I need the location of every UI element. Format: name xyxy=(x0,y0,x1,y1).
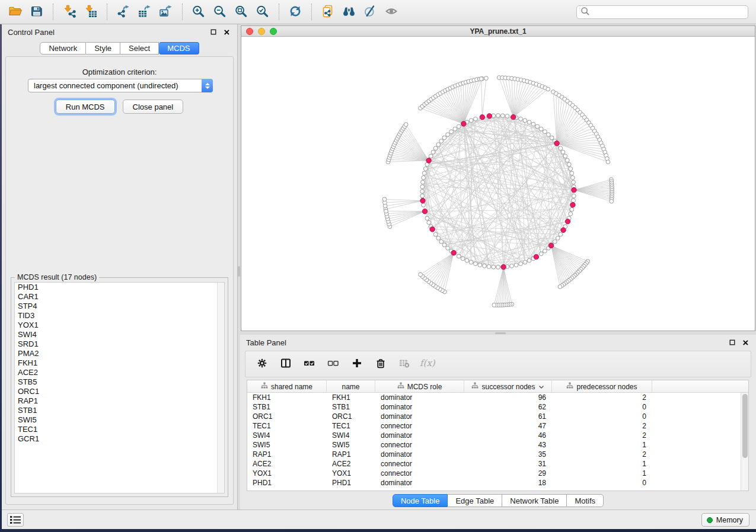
network-node[interactable] xyxy=(420,194,425,198)
table-row[interactable]: SWI5SWI5connector431 xyxy=(247,440,741,450)
network-node[interactable] xyxy=(556,236,560,241)
import-table-button[interactable] xyxy=(80,2,101,21)
tab-edge-table[interactable]: Edge Table xyxy=(448,494,502,507)
share-document-button[interactable] xyxy=(317,2,339,21)
delete-row-button[interactable] xyxy=(372,356,389,373)
network-node[interactable] xyxy=(484,76,489,81)
network-node[interactable] xyxy=(431,150,435,154)
network-node[interactable] xyxy=(553,239,557,243)
mcds-result-item[interactable]: SWI5 xyxy=(15,415,224,425)
table-scrollbar[interactable] xyxy=(741,393,748,491)
close-panel-icon[interactable] xyxy=(222,28,231,36)
network-node[interactable] xyxy=(474,262,478,266)
table-row[interactable]: SWI4SWI4dominator462 xyxy=(247,431,741,440)
column-header-MCDS-role[interactable]: MCDS role xyxy=(375,380,464,393)
save-session-button[interactable] xyxy=(26,2,47,21)
network-node[interactable] xyxy=(558,285,562,289)
mcds-result-item[interactable]: PMA2 xyxy=(15,349,224,358)
mcds-result-item[interactable]: SWI4 xyxy=(15,330,224,339)
column-header-shared-name[interactable]: shared name xyxy=(247,380,327,393)
column-header-predecessor-nodes[interactable]: predecessor nodes xyxy=(552,380,652,393)
mcds-result-item[interactable]: PHD1 xyxy=(15,283,224,292)
network-node[interactable] xyxy=(505,114,509,118)
network-node[interactable] xyxy=(572,180,576,184)
style-preview-button[interactable] xyxy=(360,2,381,21)
mcds-result-item[interactable]: ACE2 xyxy=(15,368,224,377)
mcds-node[interactable] xyxy=(461,121,466,126)
splitter-grip[interactable] xyxy=(495,332,506,334)
network-node[interactable] xyxy=(427,220,431,225)
mcds-node[interactable] xyxy=(570,203,575,207)
mcds-node[interactable] xyxy=(422,209,427,214)
network-node[interactable] xyxy=(439,239,444,243)
import-network-button[interactable] xyxy=(59,2,80,21)
network-node[interactable] xyxy=(465,258,469,262)
mcds-list-scrollbar[interactable] xyxy=(217,283,224,493)
mcds-node[interactable] xyxy=(426,158,431,163)
sort-menu-icon[interactable] xyxy=(538,383,544,391)
mcds-result-item[interactable]: STP4 xyxy=(15,302,224,311)
network-node[interactable] xyxy=(384,209,388,213)
mcds-result-item[interactable]: FKH1 xyxy=(15,358,224,368)
network-node[interactable] xyxy=(492,265,496,269)
network-node[interactable] xyxy=(523,118,527,123)
network-node[interactable] xyxy=(535,124,540,129)
table-settings-button[interactable] xyxy=(254,356,270,373)
network-node[interactable] xyxy=(453,127,457,131)
mcds-node[interactable] xyxy=(480,115,484,120)
table-row[interactable]: PHD1PHD1dominator180 xyxy=(247,478,741,488)
network-node[interactable] xyxy=(457,254,461,258)
mcds-result-item[interactable]: STB5 xyxy=(15,377,224,387)
network-node[interactable] xyxy=(479,77,483,81)
select-all-button[interactable] xyxy=(301,356,318,373)
network-node[interactable] xyxy=(478,263,482,267)
close-panel-icon[interactable] xyxy=(741,338,750,347)
network-node[interactable] xyxy=(446,246,450,250)
mcds-node[interactable] xyxy=(565,219,570,224)
network-node[interactable] xyxy=(546,133,550,137)
open-folder-button[interactable] xyxy=(5,2,26,21)
network-node[interactable] xyxy=(565,158,569,162)
network-node[interactable] xyxy=(550,136,554,140)
hide-preview-button[interactable] xyxy=(381,2,403,21)
mcds-result-item[interactable]: ORC1 xyxy=(15,387,224,396)
network-node[interactable] xyxy=(514,263,518,267)
network-node[interactable] xyxy=(492,303,496,307)
mcds-node[interactable] xyxy=(554,141,559,146)
network-node[interactable] xyxy=(546,87,550,91)
table-row[interactable]: ORC1ORC1dominator610 xyxy=(247,412,741,421)
network-node[interactable] xyxy=(469,260,473,264)
tab-style[interactable]: Style xyxy=(86,42,120,55)
show-panels-list-button[interactable] xyxy=(7,513,24,527)
network-node[interactable] xyxy=(423,167,428,171)
tab-mcds[interactable]: MCDS xyxy=(159,42,199,55)
network-node[interactable] xyxy=(429,154,433,158)
table-row[interactable]: TEC1TEC1connector472 xyxy=(247,421,741,431)
network-node[interactable] xyxy=(433,146,438,150)
network-node[interactable] xyxy=(572,198,576,203)
mcds-node[interactable] xyxy=(534,254,538,259)
network-node[interactable] xyxy=(422,176,426,180)
network-node[interactable] xyxy=(496,114,500,118)
run-mcds-button[interactable]: Run MCDS xyxy=(56,100,115,114)
mcds-node[interactable] xyxy=(572,188,576,193)
network-node[interactable] xyxy=(527,258,531,262)
network-node[interactable] xyxy=(422,203,426,207)
network-node[interactable] xyxy=(382,197,387,201)
mcds-node[interactable] xyxy=(511,114,516,119)
network-node[interactable] xyxy=(419,273,423,277)
network-node[interactable] xyxy=(442,243,446,247)
network-node[interactable] xyxy=(422,171,426,175)
network-node[interactable] xyxy=(519,262,523,266)
zoom-selected-button[interactable] xyxy=(252,2,273,21)
table-row[interactable]: STB1STB1dominator620 xyxy=(247,402,741,412)
table-row[interactable]: RAP1RAP1dominator352 xyxy=(247,450,741,459)
network-node[interactable] xyxy=(510,264,514,268)
deselect-all-button[interactable] xyxy=(325,356,342,373)
network-node[interactable] xyxy=(539,127,543,131)
network-node[interactable] xyxy=(446,133,450,137)
mcds-node[interactable] xyxy=(561,227,566,232)
table-row[interactable]: YOX1YOX1connector291 xyxy=(247,469,741,478)
add-row-button[interactable] xyxy=(349,356,365,373)
mcds-node[interactable] xyxy=(451,251,456,255)
